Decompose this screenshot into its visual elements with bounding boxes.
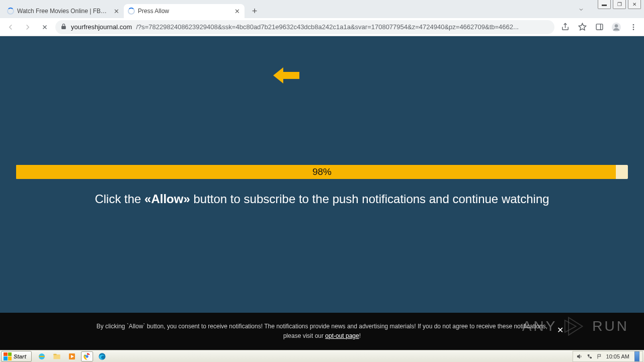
svg-point-20 [86, 355, 88, 357]
instruction-post: button to subscribe to the push notifica… [190, 192, 549, 206]
opt-out-link[interactable]: opt-out page [325, 332, 359, 339]
instruction-bold: «Allow» [144, 192, 190, 206]
start-button[interactable]: Start [1, 351, 32, 362]
play-icon [563, 315, 586, 338]
windows-logo-icon [4, 352, 12, 360]
forward-button[interactable] [21, 21, 34, 34]
taskbar-app-media[interactable] [66, 351, 78, 361]
svg-rect-14 [53, 354, 60, 359]
svg-rect-4 [596, 24, 603, 30]
tab-title: Watch Free Movies Online | FBOX | C [17, 8, 110, 15]
window-close-button[interactable]: ✕ [628, 0, 641, 9]
stop-button[interactable] [38, 21, 51, 34]
taskbar: Start 10:05 AM [0, 350, 644, 362]
svg-rect-23 [588, 354, 590, 356]
instruction-text: Click the «Allow» button to subscribe to… [0, 192, 644, 206]
menu-icon[interactable] [627, 21, 640, 34]
side-panel-icon[interactable] [593, 21, 606, 34]
taskbar-apps [36, 351, 108, 361]
svg-point-8 [633, 24, 634, 26]
watermark-right: RUN [592, 318, 629, 334]
instruction-pre: Click the [95, 192, 144, 206]
url-host: yourfreshjournal.com [71, 23, 132, 31]
arrow-left-icon [273, 66, 299, 86]
close-icon[interactable]: ✕ [233, 8, 240, 15]
consent-line2-post: ! [359, 332, 361, 339]
flag-icon[interactable] [596, 353, 603, 360]
system-tray[interactable]: 10:05 AM [573, 351, 643, 362]
taskbar-app-edge[interactable] [96, 351, 108, 361]
svg-marker-22 [577, 354, 580, 358]
watermark-left: ANY [522, 318, 557, 334]
new-tab-button[interactable]: + [248, 4, 262, 18]
start-label: Start [14, 353, 26, 359]
progress-label: 98% [16, 165, 628, 179]
tab-strip: Watch Free Movies Online | FBOX | C ✕ Pr… [3, 3, 584, 18]
tab-title: Press Allow [138, 8, 230, 15]
show-desktop-button[interactable] [634, 351, 639, 361]
taskbar-app-ie[interactable] [36, 351, 48, 361]
svg-point-7 [615, 24, 618, 28]
loading-spinner-icon [128, 8, 135, 15]
share-icon[interactable] [558, 21, 572, 34]
consent-line1: By clicking `Allow` button, you consent … [97, 322, 547, 331]
network-icon[interactable] [586, 353, 593, 360]
taskbar-app-chrome[interactable] [81, 351, 93, 361]
tab-fbox[interactable]: Watch Free Movies Online | FBOX | C ✕ [3, 4, 124, 18]
bookmark-icon[interactable] [576, 21, 589, 34]
clock[interactable]: 10:05 AM [606, 353, 629, 359]
url-path: /?s=7822982408623929408&ssk=4bc80ad7b21e… [136, 23, 549, 31]
svg-point-10 [633, 29, 634, 30]
back-button[interactable] [4, 21, 17, 34]
svg-marker-12 [565, 320, 576, 332]
tab-press-allow[interactable]: Press Allow ✕ [124, 4, 245, 18]
svg-point-9 [633, 26, 634, 28]
consent-line2: please visit our opt-out page! [283, 331, 361, 341]
volume-icon[interactable] [576, 353, 583, 360]
progress-bar: 98% [16, 165, 628, 179]
svg-rect-15 [53, 353, 56, 355]
taskbar-app-explorer[interactable] [51, 351, 63, 361]
consent-line2-pre: please visit our [283, 332, 325, 339]
profile-icon[interactable] [610, 21, 623, 34]
anyrun-watermark: ANY RUN [522, 315, 629, 338]
window-minimize-button[interactable]: ▬ [598, 0, 611, 9]
lock-icon [60, 23, 67, 31]
close-icon[interactable]: ✕ [113, 8, 120, 15]
browser-toolbar: yourfreshjournal.com/?s=7822982408623929… [0, 18, 644, 36]
address-bar[interactable]: yourfreshjournal.com/?s=7822982408623929… [55, 20, 554, 34]
page-content: 98% Click the «Allow» button to subscrib… [0, 36, 644, 350]
tabs-search-button[interactable] [577, 5, 586, 14]
window-maximize-button[interactable]: ❐ [613, 0, 626, 9]
svg-marker-3 [579, 23, 586, 30]
loading-spinner-icon [7, 8, 14, 15]
